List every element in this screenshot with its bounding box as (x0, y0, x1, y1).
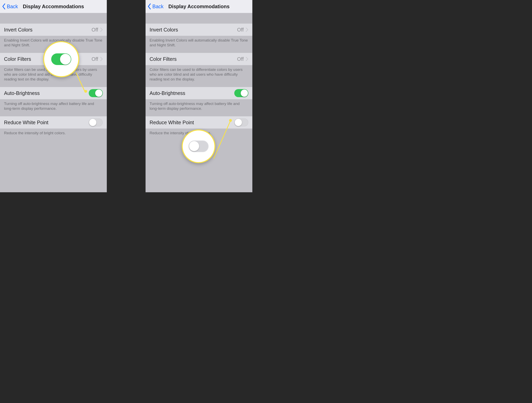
row-auto-brightness: Auto-Brightness (146, 87, 252, 99)
callout-lead-dot (229, 119, 232, 122)
row-reduce-white-point: Reduce White Point (0, 116, 107, 129)
footer-invert-colors: Enabling Invert Colors will automaticall… (146, 36, 252, 53)
row-label: Invert Colors (150, 27, 178, 33)
callout-reduce-white-point (182, 129, 215, 163)
row-label: Auto-Brightness (150, 90, 185, 96)
chevron-right-icon (246, 57, 248, 61)
chevron-right-icon (246, 27, 248, 32)
row-value: Off (92, 56, 98, 62)
row-label: Reduce White Point (4, 120, 48, 126)
chevron-right-icon (100, 27, 103, 32)
footer-auto-brightness: Turning off auto-brightness may affect b… (146, 99, 252, 116)
row-label: Invert Colors (4, 27, 32, 33)
callout-auto-brightness (43, 41, 79, 77)
back-chevron-icon (148, 3, 151, 9)
screenshot-left: Back Display Accommodations Invert Color… (0, 0, 107, 192)
screenshot-right: Back Display Accommodations Invert Color… (146, 0, 252, 192)
reduce-white-point-toggle[interactable] (234, 118, 248, 126)
row-invert-colors[interactable]: Invert Colors Off (0, 24, 107, 36)
row-value: Off (237, 27, 244, 33)
back-chevron-icon (2, 3, 6, 9)
footer-auto-brightness: Turning off auto-brightness may affect b… (0, 99, 107, 116)
callout-toggle-on-icon (51, 53, 71, 65)
callout-lead-dot (84, 90, 87, 93)
back-label: Back (152, 4, 164, 9)
row-color-filters[interactable]: Color Filters Off (146, 53, 252, 65)
chevron-right-icon (100, 57, 103, 61)
row-label: Auto-Brightness (4, 90, 40, 96)
row-label: Color Filters (4, 56, 31, 62)
row-label: Reduce White Point (150, 120, 194, 126)
back-button[interactable]: Back (2, 0, 18, 13)
reduce-white-point-toggle[interactable] (89, 118, 103, 126)
row-reduce-white-point: Reduce White Point (146, 116, 252, 129)
row-invert-colors[interactable]: Invert Colors Off (146, 24, 252, 36)
navbar: Back Display Accommodations (146, 0, 252, 13)
auto-brightness-toggle[interactable] (89, 89, 103, 97)
auto-brightness-toggle[interactable] (234, 89, 248, 97)
footer-color-filters: Color filters can be used to differentia… (146, 65, 252, 87)
back-label: Back (7, 4, 18, 9)
row-value: Off (92, 27, 98, 33)
footer-reduce-white-point: Reduce the intensity of bright colors. (0, 129, 107, 141)
navbar: Back Display Accommodations (0, 0, 107, 13)
row-auto-brightness: Auto-Brightness (0, 87, 107, 99)
row-value: Off (237, 56, 244, 62)
callout-toggle-off-icon (189, 140, 209, 152)
back-button[interactable]: Back (148, 0, 164, 13)
row-label: Color Filters (150, 56, 177, 62)
